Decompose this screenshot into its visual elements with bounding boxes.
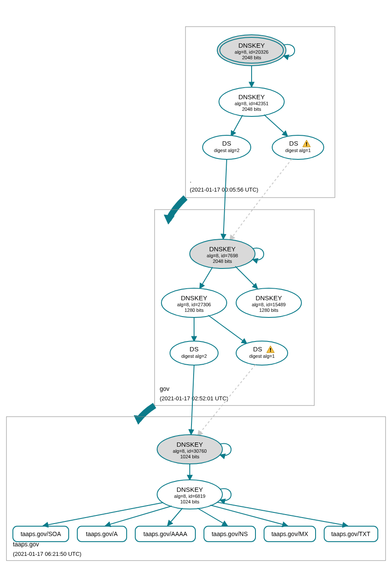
svg-text:2048 bits: 2048 bits — [213, 259, 232, 264]
svg-text:DNSKEY: DNSKEY — [238, 42, 265, 49]
svg-text:2048 bits: 2048 bits — [242, 107, 261, 112]
svg-text:DS: DS — [190, 345, 199, 353]
zone-taaps-ts: (2021-01-17 06:21:50 UTC) — [13, 551, 82, 557]
svg-line-9 — [264, 115, 288, 136]
svg-line-57 — [105, 506, 172, 526]
svg-rect-34 — [270, 351, 271, 352]
svg-text:DS: DS — [253, 345, 262, 353]
svg-rect-14 — [306, 145, 307, 146]
svg-line-21 — [235, 266, 258, 289]
svg-text:DS: DS — [222, 140, 231, 147]
svg-text:1280 bits: 1280 bits — [259, 308, 279, 313]
record-txt: taaps.gov/TXT — [324, 526, 378, 542]
svg-line-20 — [200, 267, 213, 289]
svg-text:1024 bits: 1024 bits — [180, 499, 200, 504]
svg-text:alg=8, id=30760: alg=8, id=30760 — [173, 448, 207, 454]
svg-line-58 — [167, 508, 182, 526]
svg-text:taaps.gov/SOA: taaps.gov/SOA — [21, 530, 61, 537]
record-aaaa: taaps.gov/AAAA — [135, 526, 195, 542]
svg-text:taaps.gov/A: taaps.gov/A — [86, 530, 118, 537]
svg-rect-33 — [270, 348, 271, 351]
svg-text:taaps.gov/AAAA: taaps.gov/AAAA — [143, 530, 188, 537]
svg-text:DNSKEY: DNSKEY — [209, 245, 236, 253]
svg-text:taaps.gov/MX: taaps.gov/MX — [271, 530, 308, 537]
svg-line-61 — [217, 502, 348, 526]
svg-text:DNSKEY: DNSKEY — [176, 486, 203, 493]
record-mx: taaps.gov/MX — [264, 526, 316, 542]
gov-ds1-node — [170, 341, 218, 365]
zone-gov-name: gov — [160, 385, 170, 392]
svg-text:alg=8, id=6819: alg=8, id=6819 — [174, 494, 206, 499]
record-soa: taaps.gov/SOA — [13, 526, 69, 542]
root-ds2-node — [272, 135, 324, 159]
svg-text:taaps.gov/NS: taaps.gov/NS — [212, 530, 248, 537]
gov-ds2-node — [236, 341, 288, 365]
svg-text:taaps.gov/TXT: taaps.gov/TXT — [331, 530, 370, 537]
svg-text:digest alg=2: digest alg=2 — [214, 148, 240, 153]
svg-text:DNSKEY: DNSKEY — [255, 294, 282, 302]
svg-line-59 — [198, 508, 228, 526]
svg-text:DNSKEY: DNSKEY — [176, 441, 203, 448]
svg-text:alg=8, id=27306: alg=8, id=27306 — [177, 302, 211, 307]
svg-text:alg=8, id=42351: alg=8, id=42351 — [235, 101, 269, 106]
svg-rect-13 — [306, 142, 307, 145]
zone-root-ts: (2021-01-17 00:05:56 UTC) — [190, 186, 258, 193]
svg-text:alg=8, id=20326: alg=8, id=20326 — [235, 49, 269, 55]
record-ns: taaps.gov/NS — [204, 526, 255, 542]
dnssec-diagram: . (2021-01-17 00:05:56 UTC) DNSKEY alg=8… — [0, 0, 392, 567]
svg-line-8 — [231, 115, 243, 136]
svg-text:alg=8, id=15489: alg=8, id=15489 — [252, 302, 286, 307]
svg-text:1280 bits: 1280 bits — [185, 308, 204, 313]
svg-text:DNSKEY: DNSKEY — [181, 294, 207, 302]
svg-text:2048 bits: 2048 bits — [242, 55, 261, 60]
zone-root-name: . — [190, 177, 191, 184]
svg-text:1024 bits: 1024 bits — [180, 454, 200, 459]
svg-text:DNSKEY: DNSKEY — [238, 93, 265, 101]
svg-text:digest alg=2: digest alg=2 — [181, 354, 207, 359]
record-a: taaps.gov/A — [77, 526, 127, 542]
root-ds1-node — [203, 135, 251, 159]
zone-gov-ts: (2021-01-17 02:52:01 UTC) — [160, 395, 228, 402]
svg-line-16 — [223, 159, 227, 239]
svg-text:alg=8, id=7698: alg=8, id=7698 — [207, 253, 238, 258]
svg-text:digest alg=1: digest alg=1 — [249, 354, 275, 359]
svg-line-29 — [208, 315, 247, 344]
svg-text:DS: DS — [289, 140, 298, 147]
svg-text:digest alg=1: digest alg=1 — [285, 148, 311, 153]
